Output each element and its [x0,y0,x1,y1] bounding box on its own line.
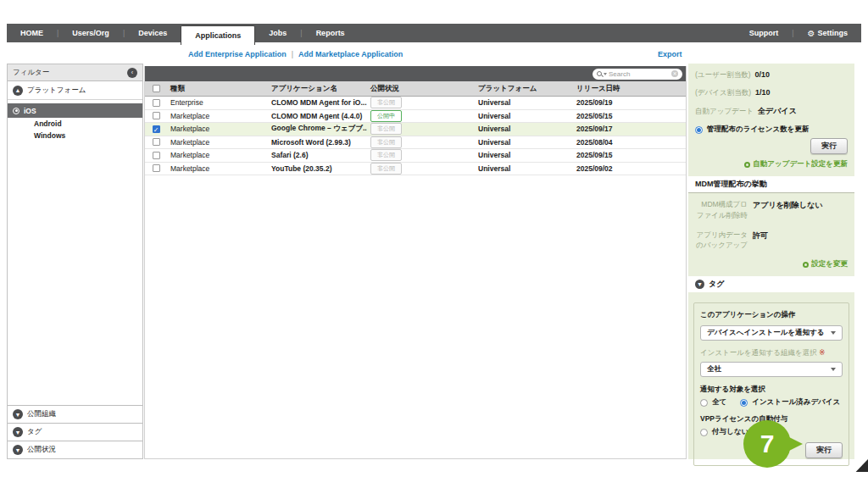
sidebar-item-windows[interactable]: Windows [8,130,142,141]
app-type: Marketplace [167,138,268,147]
target-option-all-label[interactable]: 全て [712,397,726,408]
column-header-platform[interactable]: プラットフォーム [475,84,573,94]
app-name[interactable]: Safari (2.6) [268,151,367,159]
collapse-sidebar-icon[interactable]: ‹ [127,68,137,78]
row-checkbox[interactable]: ✓ [153,125,160,133]
clear-search-icon[interactable]: ✕ [671,70,678,77]
target-option-installed-label[interactable]: インストール済みデバイス [752,397,840,408]
filter-title: フィルター [13,68,127,78]
settings-link[interactable]: ⚙ Settings [794,29,861,38]
support-link[interactable]: Support [736,29,793,37]
search-box[interactable]: ✕ [593,69,682,80]
settings-label: Settings [817,29,848,37]
operation-action-select[interactable]: デバイスへインストールを通知する [700,325,843,341]
sidebar-item-android[interactable]: Android [8,118,142,130]
sidebar-section-publish-status[interactable]: ▼ 公開状況 [8,441,142,458]
sidebar-section-platform[interactable]: ▲ プラットフォーム [8,81,142,100]
auto-update-settings-link-label: 自動アップデート設定を更新 [753,159,848,169]
radio-icon[interactable] [700,399,708,407]
app-name[interactable]: Microsoft Word (2.99.3) [268,138,367,147]
app-detail-panel: (ユーザー割当数) 0/10 (デバイス割当数) 1/10 自動アップデート 全… [688,64,854,459]
app-name[interactable]: CLOMO MDM Agent (4.4.0) [268,112,367,120]
callout-tail [784,435,803,453]
app-platform: Universal [475,98,573,107]
table-row[interactable]: Marketplace CLOMO MDM Agent (4.4.0) 公開中 … [145,110,686,124]
app-release-date: 2025/05/15 [573,112,686,120]
run-operation-button[interactable]: 実行 [805,442,843,458]
radio-icon[interactable] [740,399,748,407]
notify-target-options: 全て インストール済みデバイス [700,397,843,408]
applications-table: ✕ 種類 アプリケーション名 公開状況 プラットフォーム リリース日時 Ente… [144,66,687,459]
table-row[interactable]: Enterprise CLOMO MDM Agent for iO... 非公開… [145,97,686,110]
chevron-down-icon: ▼ [13,409,23,419]
run-license-update-button[interactable]: 実行 [810,138,848,154]
tab-applications[interactable]: Applications [181,25,255,45]
row-checkbox[interactable] [153,99,160,107]
sidebar-section-published-org[interactable]: ▼ 公開組織 [8,405,142,423]
search-filter-caret-icon[interactable] [604,73,607,75]
sidebar-section-tags[interactable]: ▼ タグ [8,423,142,441]
chevron-down-icon: ▼ [695,280,704,289]
add-marketplace-application-link[interactable]: Add Marketplace Application [298,50,403,58]
column-header-release[interactable]: リリース日時 [573,84,686,94]
table-row[interactable]: Marketplace Microsoft Word (2.99.3) 非公開 … [145,136,686,150]
tab-devices[interactable]: Devices [125,24,181,42]
search-input[interactable] [609,70,670,78]
tag-section-label: タグ [709,279,724,290]
device-quota-label: (デバイス割当数) [695,88,751,98]
row-checkbox[interactable] [153,152,160,159]
tab-users-org[interactable]: Users/Org [58,24,123,42]
status-badge: 公開中 [370,110,402,122]
platform-item-label: iOS [24,107,36,115]
operation-title: このアプリケーションの操作 [700,310,843,320]
filter-header: フィルター ‹ [8,64,142,81]
tab-jobs[interactable]: Jobs [255,24,300,42]
tab-reports[interactable]: Reports [303,24,359,42]
auto-update-settings-link[interactable]: 自動アップデート設定を更新 [695,159,848,169]
sidebar-spacer [8,141,142,405]
change-settings-link[interactable]: 設定を変更 [695,259,848,269]
app-data-backup-value: 許可 [753,230,768,252]
app-name[interactable]: Google Chrome – ウェブブ... [268,124,367,134]
radio-icon[interactable] [700,429,708,436]
app-name[interactable]: YouTube (20.35.2) [268,164,367,173]
license-update-radio-label: 管理配布のライセンス数を更新 [707,125,809,135]
select-all-checkbox[interactable] [153,85,160,92]
app-release-date: 2025/08/04 [573,138,686,147]
table-row[interactable]: ✓ Marketplace Google Chrome – ウェブブ... 非公… [145,123,686,136]
add-enterprise-application-link[interactable]: Add Enterprise Application [188,50,287,58]
notify-org-select[interactable]: 全社 [700,362,843,377]
status-badge: 非公開 [370,123,402,135]
column-header-type[interactable]: 種類 [167,84,268,94]
license-update-radio-row[interactable]: 管理配布のライセンス数を更新 [695,125,848,135]
mdm-profile-delete-row: MDM構成プロファイル削除時 アプリを削除しない [695,199,848,221]
user-quota-label: (ユーザー割当数) [695,70,751,80]
org-select-value: 全社 [707,364,831,374]
column-header-name[interactable]: アプリケーション名 [268,84,367,94]
sidebar-item-ios[interactable]: iOS [8,103,142,118]
app-release-date: 2025/09/17 [573,125,686,133]
row-checkbox[interactable] [153,164,160,172]
row-checkbox[interactable] [153,138,160,146]
table-row[interactable]: Marketplace Safari (2.6) 非公開 Universal 2… [145,149,686,163]
tab-home[interactable]: HOME [7,24,57,42]
step-callout-badge: 7 [743,420,791,468]
tag-section-header[interactable]: ▼ タグ [688,276,854,292]
app-release-date: 2025/09/19 [573,98,686,107]
app-data-backup-row: アプリ内データのバックアップ 許可 [695,230,848,252]
app-type: Enterprise [167,98,268,107]
radio-icon[interactable] [695,126,703,134]
change-settings-link-label: 設定を変更 [811,259,848,269]
table-header-row: 種類 アプリケーション名 公開状況 プラットフォーム リリース日時 [145,81,686,97]
add-links-row: Add Enterprise Application|Add Marketpla… [188,50,403,58]
app-type: Marketplace [167,164,268,173]
app-type: Marketplace [167,151,268,159]
auto-update-value: 全デバイス [758,106,797,117]
row-checkbox[interactable] [153,112,160,119]
export-link[interactable]: Export [658,50,682,58]
links-divider: | [292,50,293,58]
column-header-status[interactable]: 公開状況 [367,84,475,94]
app-platform: Universal [475,125,573,133]
app-name[interactable]: CLOMO MDM Agent for iO... [268,98,367,107]
table-row[interactable]: Marketplace YouTube (20.35.2) 非公開 Univer… [145,163,686,176]
